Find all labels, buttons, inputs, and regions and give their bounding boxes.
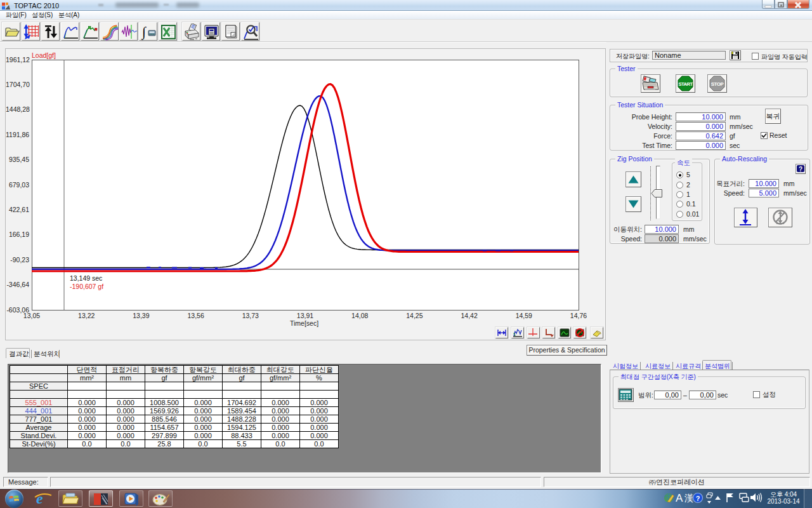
- svg-text:?: ?: [799, 166, 802, 173]
- svg-text:∫: ∫: [141, 24, 147, 40]
- svg-text:e: e: [36, 491, 43, 506]
- svg-text:A: A: [676, 492, 683, 504]
- svg-text:START: START: [678, 81, 693, 87]
- svg-text:STOP: STOP: [711, 81, 724, 87]
- svg-text:漢: 漢: [684, 493, 693, 503]
- svg-text:?: ?: [696, 495, 700, 502]
